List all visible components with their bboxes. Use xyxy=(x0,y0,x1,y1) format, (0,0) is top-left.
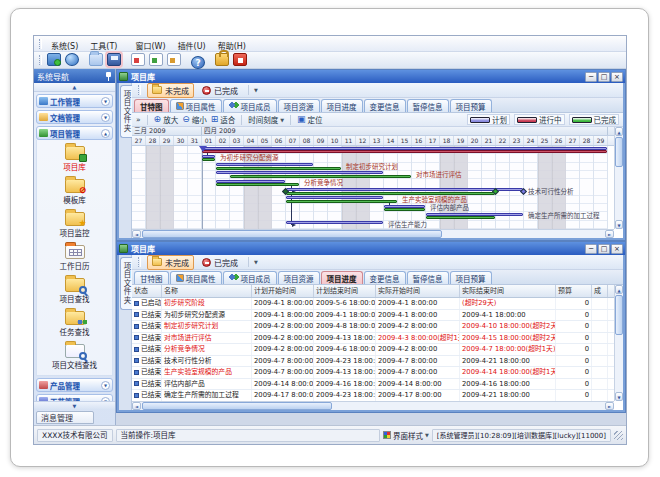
lock-icon[interactable] xyxy=(215,53,229,66)
tab-0[interactable]: 甘特图 xyxy=(134,271,169,284)
sidebar-collapse-button[interactable]: ▲ xyxy=(34,83,115,92)
maximize-button[interactable]: □ xyxy=(598,72,610,82)
maximize-button[interactable]: □ xyxy=(598,244,610,254)
scroll-left-icon[interactable]: ◄ xyxy=(132,230,141,238)
expand-caret-icon[interactable]: ▼ xyxy=(101,381,110,390)
scroll-down-icon[interactable]: ▼ xyxy=(615,392,623,401)
table-row[interactable]: 已结束制定初步研究计划2009-4-2 8:00:002009-4-8 18:0… xyxy=(132,321,614,333)
scrollbar-thumb[interactable] xyxy=(615,295,623,335)
project-folder-tab[interactable]: 项目文件夹 xyxy=(120,257,132,310)
tab-7[interactable]: 项目预算 xyxy=(450,99,492,112)
sidebar-item-6[interactable]: 项目文档查找 xyxy=(37,341,112,370)
table-vertical-scrollbar[interactable]: ▲ ▼ xyxy=(614,285,623,401)
table-row[interactable]: 已结束评估内部产品2009-4-14 8:00:002009-4-16 18:0… xyxy=(132,379,614,391)
timescale-button[interactable]: 时间刻度▼ xyxy=(248,114,284,125)
minimize-button[interactable]: ─ xyxy=(585,72,597,82)
scroll-right-icon[interactable]: ► xyxy=(605,402,614,410)
unfinished-filter-button[interactable]: 未完成 xyxy=(147,83,194,98)
message-management-tab[interactable]: 消息管理 xyxy=(36,411,94,424)
unfinished-filter-button[interactable]: 未完成 xyxy=(147,255,194,270)
ui-style-button[interactable]: 界面样式 ▼ xyxy=(383,430,429,441)
sidebar-item-5[interactable]: 任务查找 xyxy=(37,308,112,337)
table-row[interactable]: 已结束生产实验室规模的产品2009-4-7 8:00:002009-4-13 1… xyxy=(132,367,614,379)
pin-icon[interactable] xyxy=(105,72,112,81)
finished-filter-button[interactable]: 已完成 xyxy=(197,83,243,98)
column-header-3[interactable]: 计划结束时间 xyxy=(314,285,376,297)
sidebar-group-header-4[interactable]: 工艺管理▼ xyxy=(36,394,113,401)
report-view-icon[interactable] xyxy=(149,53,163,66)
tab-1[interactable]: 项目属性 xyxy=(170,271,222,284)
expand-caret-icon[interactable]: ▼ xyxy=(101,97,110,106)
column-header-4[interactable]: 实际开始时间 xyxy=(376,285,460,297)
column-header-1[interactable]: 名称 xyxy=(162,285,252,297)
save-icon[interactable] xyxy=(107,53,121,66)
minimize-button[interactable]: ─ xyxy=(585,244,597,254)
sidebar-item-4[interactable]: 项目查找 xyxy=(37,275,112,304)
report-check-icon[interactable] xyxy=(167,53,181,66)
finished-filter-button[interactable]: 已完成 xyxy=(197,255,243,270)
tab-7[interactable]: 项目预算 xyxy=(450,271,492,284)
locate-button[interactable]: ▣定位 xyxy=(297,114,323,125)
window-titlebar[interactable]: 项目库 ─□× xyxy=(117,242,625,255)
tab-4[interactable]: 项目进度 xyxy=(321,99,363,112)
gantt-more-button[interactable]: » xyxy=(136,115,141,124)
tab-5[interactable]: 变更信息 xyxy=(364,271,406,284)
report-add-icon[interactable] xyxy=(131,53,145,66)
folder-icon[interactable] xyxy=(89,53,103,66)
zoom-out-button[interactable]: ⊖缩小 xyxy=(182,114,207,125)
filter-grip[interactable] xyxy=(138,85,141,95)
sidebar-overflow-button[interactable]: ▼ xyxy=(34,401,115,410)
tab-3[interactable]: 项目资源 xyxy=(278,99,320,112)
filter-more-button[interactable]: ▼ xyxy=(254,259,258,265)
tab-6[interactable]: 暂停信息 xyxy=(407,99,449,112)
tab-6[interactable]: 暂停信息 xyxy=(407,271,449,284)
column-header-5[interactable]: 实际结束时间 xyxy=(460,285,556,297)
zoom-in-button[interactable]: ⊕放大 xyxy=(154,114,179,125)
column-header-7[interactable]: 成 xyxy=(592,285,608,297)
scroll-left-icon[interactable]: ◄ xyxy=(132,402,141,410)
scrollbar-thumb[interactable] xyxy=(615,137,623,167)
column-header-6[interactable]: 预算 xyxy=(556,285,592,297)
column-header-0[interactable]: 状态 xyxy=(132,285,162,297)
fit-button[interactable]: ⊞适合 xyxy=(211,114,236,125)
sidebar-group-header-3[interactable]: 产品管理▼ xyxy=(36,378,113,392)
table-row[interactable]: 已结束确定生产所需的加工过程2009-4-17 8:00:002009-4-23… xyxy=(132,390,614,401)
table-row[interactable]: 已启动初步研究阶段2009-4-1 8:00:002009-5-6 18:00:… xyxy=(132,298,614,310)
sidebar-item-3[interactable]: 工作日历 xyxy=(37,242,112,271)
gantt-horizontal-scrollbar[interactable]: ◄ ► xyxy=(132,229,614,238)
tab-4[interactable]: 项目进度 xyxy=(321,271,363,284)
scroll-up-icon[interactable]: ▲ xyxy=(615,127,623,136)
table-row[interactable]: 已结束分析竞争情况2009-4-2 8:00:002009-4-6 18:00:… xyxy=(132,344,614,356)
tab-5[interactable]: 变更信息 xyxy=(364,99,406,112)
scroll-up-icon[interactable]: ▲ xyxy=(615,285,623,294)
scroll-right-icon[interactable]: ► xyxy=(605,230,614,238)
tab-1[interactable]: 项目属性 xyxy=(170,99,222,112)
globe-icon[interactable] xyxy=(65,53,79,66)
filter-more-button[interactable]: ▼ xyxy=(254,87,258,93)
sidebar-group-header-0[interactable]: 工作管理▼ xyxy=(36,94,113,108)
table-row[interactable]: 已结束对市场进行评估2009-4-2 8:00:002009-4-13 18:0… xyxy=(132,333,614,345)
exit-icon[interactable] xyxy=(233,53,247,66)
gantt-vertical-scrollbar[interactable]: ▲ ▼ xyxy=(614,127,623,229)
sidebar-group-header-2[interactable]: 项目管理▲ xyxy=(36,126,113,140)
sidebar-item-2[interactable]: ★项目监控 xyxy=(37,209,112,238)
tab-0[interactable]: 甘特图 xyxy=(134,99,169,112)
sidebar-group-header-1[interactable]: 文档管理▼ xyxy=(36,110,113,124)
project-folder-tab[interactable]: 项目文件夹 xyxy=(120,85,132,138)
scrollbar-thumb[interactable] xyxy=(142,230,442,238)
window-titlebar[interactable]: 项目库 ─□× xyxy=(117,70,625,83)
tab-2[interactable]: 项目成员 xyxy=(223,271,277,284)
menubar-grip[interactable] xyxy=(39,39,42,49)
table-row[interactable]: 已结束为初步研究分配资源2009-4-1 8:00:002009-4-1 18:… xyxy=(132,310,614,322)
gantt-grid[interactable]: 为初步研究分配资源制定初步研究计划对市场进行评估分析竞争情况技术可行性分析生产实… xyxy=(132,146,608,230)
close-button[interactable]: × xyxy=(611,244,623,254)
tab-3[interactable]: 项目资源 xyxy=(278,271,320,284)
sidebar-item-0[interactable]: 项目库 xyxy=(37,143,112,172)
table-row[interactable]: 已结束技术可行性分析2009-4-7 8:00:002009-4-23 18:0… xyxy=(132,356,614,368)
close-button[interactable]: × xyxy=(611,72,623,82)
help-icon[interactable]: ? xyxy=(191,56,205,69)
toolbar-grip[interactable] xyxy=(39,55,42,65)
scrollbar-thumb[interactable] xyxy=(142,402,332,410)
column-header-2[interactable]: 计划开始时间 xyxy=(252,285,314,297)
tab-2[interactable]: 项目成员 xyxy=(223,99,277,112)
